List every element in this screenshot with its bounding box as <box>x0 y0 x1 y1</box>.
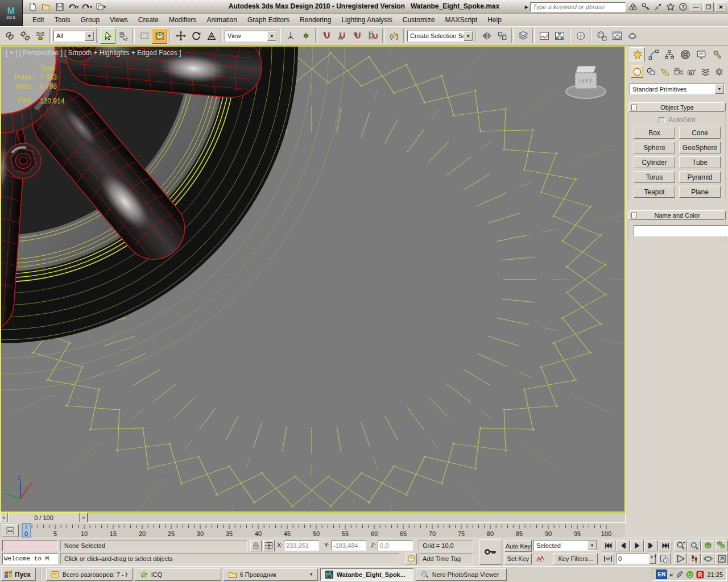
dropdown-arrow-icon[interactable]: ▼ <box>464 31 473 41</box>
next-frame-button[interactable] <box>644 540 658 551</box>
open-mini-curve-editor-button[interactable] <box>2 524 19 537</box>
dropdown-arrow-icon[interactable]: ▼ <box>85 31 94 41</box>
cylinder-button[interactable]: Cylinder <box>634 156 675 168</box>
object-name-input[interactable] <box>634 225 728 236</box>
category-geometry[interactable] <box>631 65 643 78</box>
layer-manager-button[interactable] <box>515 28 531 44</box>
orbit-button[interactable] <box>701 553 714 564</box>
coord-dropdown[interactable]: View▼ <box>225 31 277 41</box>
viewcube-cube[interactable]: LEFT <box>575 66 597 91</box>
help-icon[interactable]: ? <box>677 2 689 11</box>
autogrid-checkbox[interactable] <box>659 117 665 123</box>
maxscript-mini-listener[interactable] <box>2 540 58 551</box>
search-expand-arrow-icon[interactable]: ▶ <box>525 5 528 10</box>
infocenter-icons[interactable]: ? <box>627 2 689 11</box>
wheel-model-render[interactable] <box>1 47 624 512</box>
add-time-tag[interactable]: Add Time Tag <box>419 553 473 564</box>
category-helpers[interactable] <box>685 65 698 78</box>
rectangular-selection-region-button[interactable] <box>136 28 152 44</box>
menu-rendering[interactable]: Rendering <box>295 14 336 26</box>
zoom-extents-button[interactable] <box>701 540 714 551</box>
key-mode-toggle-button[interactable] <box>602 553 614 564</box>
absolute-mode-toggle[interactable] <box>263 540 275 551</box>
field-of-view-button[interactable] <box>674 553 687 564</box>
dropdown-arrow-icon[interactable]: ▼ <box>588 541 597 550</box>
schematic-view-button[interactable] <box>552 28 567 44</box>
category-lights[interactable] <box>658 65 671 78</box>
menu-customize[interactable]: Customize <box>398 14 440 26</box>
zoom-extents-all-button[interactable] <box>715 540 728 551</box>
application-menu-button[interactable]: M 3DS <box>0 0 23 26</box>
tab-motion[interactable] <box>677 47 693 62</box>
scene-menu-icon[interactable]: ▼ <box>94 1 107 13</box>
taskbar-task-1[interactable]: Всего разговоров: 7 - Н... <box>46 568 133 581</box>
spinner-snap-button[interactable] <box>365 28 380 44</box>
current-frame-input[interactable] <box>616 554 649 564</box>
open-file-icon[interactable] <box>40 1 52 13</box>
snap-toggle-3d-button[interactable]: 3 <box>319 28 334 44</box>
default-in-out-tangent-icon[interactable] <box>535 553 546 564</box>
track-bar-ruler[interactable]: 0510152025303540455055606570758085909510… <box>20 523 624 538</box>
selection-lock-toggle[interactable] <box>250 540 262 551</box>
select-and-scale-button[interactable] <box>204 28 219 44</box>
tab-hierarchy[interactable] <box>661 47 677 62</box>
collapse-icon[interactable]: - <box>631 213 637 218</box>
tab-modify[interactable] <box>646 47 661 62</box>
select-and-rotate-button[interactable] <box>188 28 204 44</box>
viewcube-top-face[interactable] <box>576 66 596 73</box>
next-frame-arrow[interactable]: > <box>80 513 88 522</box>
search-binoculars-icon[interactable] <box>627 2 639 11</box>
minimize-button[interactable]: — <box>690 2 701 11</box>
select-and-move-button[interactable] <box>173 28 188 44</box>
coord-y-input[interactable] <box>331 541 366 551</box>
new-scene-icon[interactable] <box>26 1 39 13</box>
walk-through-button[interactable] <box>688 553 701 564</box>
key-icon[interactable] <box>640 2 651 11</box>
collapse-icon[interactable]: - <box>631 105 637 110</box>
search-input[interactable] <box>530 2 626 12</box>
sphere-button[interactable]: Sphere <box>634 142 675 153</box>
track-bar[interactable]: 0510152025303540455055606570758085909510… <box>0 522 626 538</box>
menu-group[interactable]: Group <box>76 14 105 26</box>
menu-tools[interactable]: Tools <box>49 14 76 26</box>
tube-button[interactable]: Tube <box>679 156 721 168</box>
taskbar-task-4[interactable]: Watanbe_Eight_Spok... <box>320 568 413 581</box>
object-type-rollout-header[interactable]: - Object Type <box>628 102 726 112</box>
select-and-manipulate-button[interactable] <box>298 28 313 44</box>
category-systems[interactable] <box>713 65 725 78</box>
plane-button[interactable]: Plane <box>679 186 721 198</box>
previous-frame-arrow[interactable]: < <box>0 513 8 522</box>
taskbar-task-2[interactable]: ICQ <box>135 568 221 581</box>
menu-edit[interactable]: Edit <box>27 14 49 26</box>
angle-snap-button[interactable] <box>334 28 350 44</box>
go-to-start-button[interactable] <box>602 540 615 551</box>
perspective-viewport[interactable]: [ + ] [ Perspective ] [ Smooth + Highlig… <box>0 45 626 513</box>
avira-icon[interactable]: R <box>696 570 705 579</box>
maximize-viewport-toggle-button[interactable] <box>715 553 728 564</box>
time-configuration-button[interactable] <box>658 553 671 564</box>
play-animation-button[interactable] <box>630 540 644 551</box>
menu-help[interactable]: Help <box>482 14 507 26</box>
percent-snap-button[interactable]: % <box>350 28 365 44</box>
task-group-arrow-icon[interactable]: ▼ <box>309 572 313 576</box>
unlink-selection-button[interactable] <box>17 28 32 44</box>
start-button[interactable]: Пуск <box>1 568 36 581</box>
save-file-icon[interactable] <box>53 1 66 13</box>
time-slider-track[interactable] <box>88 513 626 522</box>
primitive-category-dropdown[interactable]: Standard Primitives ▼ <box>630 84 725 94</box>
cone-button[interactable]: Cone <box>679 127 721 139</box>
torus-button[interactable]: Torus <box>634 171 675 183</box>
pyramid-button[interactable]: Pyramid <box>679 171 721 183</box>
tray-collapse-arrow[interactable]: « <box>669 571 673 578</box>
zoom-button[interactable] <box>674 540 687 551</box>
close-button[interactable]: ✕ <box>715 2 726 11</box>
frame-spinner[interactable]: ▲▼ <box>650 554 656 564</box>
isolate-selection-toggle[interactable] <box>405 553 417 564</box>
material-editor-button[interactable] <box>573 28 588 44</box>
mirror-button[interactable] <box>479 28 494 44</box>
restore-button[interactable]: ❐ <box>703 2 714 11</box>
tab-utilities[interactable] <box>709 47 725 62</box>
taskbar-task-3[interactable]: 6 Проводник▼ <box>224 568 318 581</box>
language-indicator[interactable]: EN <box>656 569 667 579</box>
previous-frame-button[interactable] <box>616 540 630 551</box>
